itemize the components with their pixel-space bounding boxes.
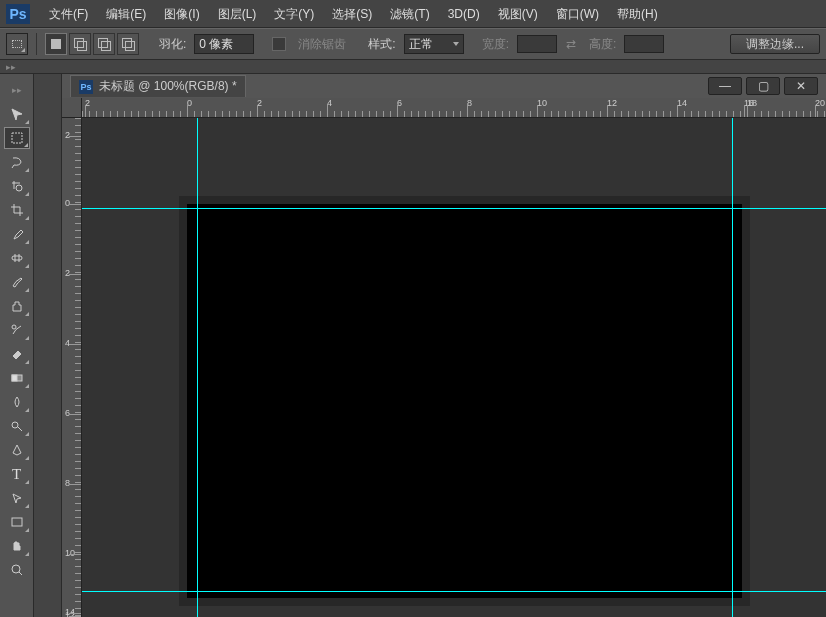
guide-horizontal[interactable] [82,591,826,592]
menu-layer[interactable]: 图层(L) [209,0,266,28]
menu-type[interactable]: 文字(Y) [265,0,323,28]
options-bar: 羽化: 0 像素 消除锯齿 样式: 正常 宽度: ⇄ 高度: 调整边缘... [0,28,826,60]
tool-move[interactable] [4,103,30,125]
chevron-icon[interactable]: ▸▸ [4,79,30,101]
separator [36,33,37,55]
menu-window[interactable]: 窗口(W) [547,0,608,28]
style-label: 样式: [368,36,395,53]
tool-type[interactable]: T [4,463,30,485]
tool-path-select[interactable] [4,487,30,509]
height-label: 高度: [589,36,616,53]
viewport[interactable] [82,118,826,617]
tool-marquee[interactable] [4,127,30,149]
svg-point-1 [16,185,22,191]
menu-filter[interactable]: 滤镜(T) [381,0,438,28]
ruler-horizontal[interactable]: 20246810121416182022 [82,98,826,118]
style-value: 正常 [409,36,433,53]
document-tab[interactable]: Ps 未标题 @ 100%(RGB/8) * [70,75,246,97]
menu-bar: Ps 文件(F) 编辑(E) 图像(I) 图层(L) 文字(Y) 选择(S) 滤… [0,0,826,28]
selection-intersect[interactable] [117,33,139,55]
svg-point-6 [12,422,18,428]
tool-eyedropper[interactable] [4,223,30,245]
canvas[interactable] [187,204,742,598]
guide-vertical[interactable] [197,118,198,617]
refine-edge-button[interactable]: 调整边缘... [730,34,820,54]
width-label: 宽度: [482,36,509,53]
feather-input[interactable]: 0 像素 [194,34,254,54]
style-select[interactable]: 正常 [404,34,464,54]
width-input[interactable] [517,35,557,53]
main-area: ▸▸ T Ps 未标题 @ 100%(RGB/8) * — [0,74,826,617]
svg-rect-5 [12,375,17,381]
document-area: Ps 未标题 @ 100%(RGB/8) * — ▢ ✕ 20246810121… [62,74,826,617]
menu-file[interactable]: 文件(F) [40,0,97,28]
guide-horizontal[interactable] [82,208,826,209]
tool-eraser[interactable] [4,343,30,365]
tool-crop[interactable] [4,199,30,221]
tool-quick-select[interactable] [4,175,30,197]
antialias-label: 消除锯齿 [298,36,346,53]
swap-dimensions-icon[interactable]: ⇄ [561,34,581,54]
tool-zoom[interactable] [4,559,30,581]
menu-view[interactable]: 视图(V) [489,0,547,28]
selection-add[interactable] [69,33,91,55]
maximize-button[interactable]: ▢ [746,77,780,95]
ruler-corner[interactable] [62,98,82,118]
canvas-wrapper: 20246810121416182022 202468101214 [62,98,826,617]
menu-3d[interactable]: 3D(D) [439,0,489,28]
selection-mode-group [45,33,139,55]
menu-help[interactable]: 帮助(H) [608,0,667,28]
close-button[interactable]: ✕ [784,77,818,95]
svg-rect-2 [12,256,22,260]
tool-history-brush[interactable] [4,319,30,341]
document-title: 未标题 @ 100%(RGB/8) * [99,78,237,95]
panel-gutter [34,74,62,617]
height-input[interactable] [624,35,664,53]
svg-rect-0 [12,133,22,143]
tool-healing[interactable] [4,247,30,269]
menu-image[interactable]: 图像(I) [155,0,208,28]
feather-label: 羽化: [159,36,186,53]
tool-gradient[interactable] [4,367,30,389]
ruler-vertical[interactable]: 202468101214 [62,118,82,617]
tool-rectangle[interactable] [4,511,30,533]
tool-preset-picker[interactable] [6,33,28,55]
selection-subtract[interactable] [93,33,115,55]
tool-pen[interactable] [4,439,30,461]
svg-point-8 [12,565,20,573]
panel-collapse-strip[interactable]: ▸▸ [0,60,826,74]
tool-dodge[interactable] [4,415,30,437]
menu-edit[interactable]: 编辑(E) [97,0,155,28]
svg-rect-7 [12,518,22,526]
tools-panel: ▸▸ T [0,74,34,617]
chevron-down-icon [453,42,459,46]
guide-vertical[interactable] [732,118,733,617]
tool-hand[interactable] [4,535,30,557]
svg-point-3 [12,325,16,329]
document-tab-bar: Ps 未标题 @ 100%(RGB/8) * — ▢ ✕ [62,74,826,98]
minimize-button[interactable]: — [708,77,742,95]
tool-brush[interactable] [4,271,30,293]
antialias-checkbox[interactable] [272,37,286,51]
tool-lasso[interactable] [4,151,30,173]
tool-blur[interactable] [4,391,30,413]
selection-new[interactable] [45,33,67,55]
app-logo: Ps [6,4,30,24]
menu-select[interactable]: 选择(S) [323,0,381,28]
tool-clone[interactable] [4,295,30,317]
ps-mini-icon: Ps [79,80,93,94]
